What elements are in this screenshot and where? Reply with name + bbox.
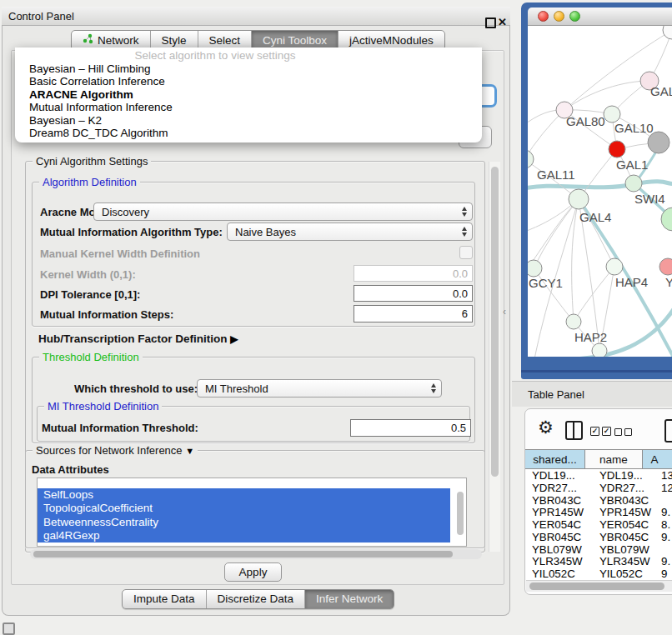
screen: Control Panel ✕ NetworkStyleSelectCyni T… bbox=[0, 0, 672, 635]
float-icon[interactable] bbox=[485, 18, 496, 28]
algorithm-item-mutual-information-inference[interactable]: Mutual Information Inference bbox=[15, 101, 482, 113]
network-node-gal10[interactable] bbox=[604, 106, 620, 122]
network-node-swi4[interactable] bbox=[625, 175, 642, 192]
network-node-gal4[interactable] bbox=[569, 189, 589, 209]
list-item[interactable]: gal4RGexp bbox=[38, 529, 450, 542]
combo-arrows-icon bbox=[462, 227, 467, 237]
network-edge[interactable] bbox=[528, 110, 564, 159]
column-header-shared-[interactable]: shared... bbox=[525, 450, 585, 468]
list-item[interactable]: BetweennessCentrality bbox=[38, 516, 450, 529]
table-header: shared...nameA bbox=[525, 449, 672, 469]
column-header-a[interactable]: A bbox=[643, 450, 672, 468]
unchecked-pair-icon[interactable] bbox=[614, 428, 632, 436]
combo-arrows-icon bbox=[431, 383, 436, 393]
table-row[interactable]: YLR345WYLR345W9. bbox=[526, 556, 672, 568]
cyni-algorithm-settings-title: Cyni Algorithm Settings bbox=[33, 155, 151, 168]
table-row[interactable]: YER054CYER054C8. bbox=[526, 518, 672, 531]
network-node[interactable] bbox=[648, 132, 669, 153]
network-node-gal11[interactable] bbox=[528, 150, 534, 168]
network-icon bbox=[83, 33, 93, 47]
bottom-tabs: Impute DataDiscretize DataInfer Network bbox=[122, 589, 394, 609]
mi-algorithm-type-combo[interactable]: Naive Bayes bbox=[227, 222, 473, 241]
which-threshold-combo[interactable]: MI Threshold bbox=[197, 379, 442, 398]
partial-icon[interactable] bbox=[664, 419, 672, 442]
data-attributes-list[interactable]: SelfLoopsTopologicalCoefficientBetweenne… bbox=[37, 478, 467, 547]
mi-steps-input[interactable] bbox=[354, 305, 473, 322]
minimized-panel-icon[interactable] bbox=[3, 622, 15, 635]
table-row[interactable]: YDR27...YDR27...12 bbox=[526, 482, 672, 494]
table-row[interactable]: YBR043CYBR043C bbox=[526, 494, 672, 507]
hub-definition-toggle[interactable]: Hub/Transcription Factor Definition ▶ bbox=[38, 332, 238, 345]
algorithm-item-dream8-dc-tdc-algorithm[interactable]: Dream8 DC_TDC Algorithm bbox=[15, 127, 482, 139]
mi-threshold-input[interactable] bbox=[350, 419, 471, 437]
control-panel-title: Control Panel bbox=[8, 10, 74, 22]
table-panel-bar: Table Panel bbox=[512, 381, 672, 407]
dpi-tolerance-input[interactable] bbox=[354, 285, 473, 302]
apply-button[interactable]: Apply bbox=[224, 562, 282, 582]
network-edge[interactable] bbox=[574, 267, 614, 322]
scrollbar-thumb[interactable] bbox=[33, 551, 453, 558]
list-item[interactable]: TopologicalCoefficient bbox=[38, 502, 450, 515]
table-row[interactable]: YPR145WYPR145W9. bbox=[526, 506, 672, 518]
table-row[interactable]: YBR045CYBR045C9. bbox=[526, 531, 672, 543]
zoom-button[interactable] bbox=[569, 11, 580, 22]
node-label: GAL80 bbox=[566, 114, 605, 128]
minimize-button[interactable] bbox=[554, 11, 564, 22]
settings-horizontal-scrollbar[interactable] bbox=[30, 549, 482, 559]
scrollbar-thumb[interactable] bbox=[491, 167, 499, 477]
table-horizontal-scrollbar[interactable] bbox=[526, 580, 672, 592]
algorithm-popup-prompt: Select algorithm to view settings bbox=[15, 48, 482, 62]
table-row[interactable]: YBL079WYBL079W bbox=[526, 543, 672, 556]
sources-title[interactable]: Sources for Network Inference ▼ bbox=[33, 444, 198, 457]
close-icon[interactable]: ✕ bbox=[498, 16, 507, 28]
settings-vertical-scrollbar[interactable] bbox=[489, 162, 500, 552]
network-canvas[interactable]: GALGAL80GAL10GAL1GAL11SWI4GAL4GCY1HAP4YH… bbox=[528, 26, 672, 357]
column-split-icon[interactable] bbox=[565, 421, 583, 440]
network-window-titlebar[interactable] bbox=[528, 8, 672, 26]
aracne-mode-combo[interactable]: Discovery bbox=[93, 202, 473, 221]
network-node[interactable] bbox=[663, 26, 672, 39]
network-node-y[interactable] bbox=[659, 258, 672, 275]
control-panel-titlebar[interactable]: Control Panel ✕ bbox=[2, 7, 510, 26]
gear-icon[interactable]: ⚙ bbox=[538, 418, 554, 436]
node-label: GAL4 bbox=[579, 210, 611, 224]
network-view-window: GALGAL80GAL10GAL1GAL11SWI4GAL4GCY1HAP4YH… bbox=[521, 2, 672, 379]
kernel-width-input[interactable] bbox=[354, 265, 473, 282]
network-node-gcy1[interactable] bbox=[528, 260, 542, 277]
close-button[interactable] bbox=[538, 11, 549, 22]
panel-divider-handle[interactable]: ‹ bbox=[503, 306, 506, 318]
mi-threshold-definition-title: MI Threshold Definition bbox=[44, 400, 162, 412]
network-edge[interactable] bbox=[564, 81, 649, 110]
attributes-list-scrollbar[interactable] bbox=[455, 480, 464, 544]
scrollbar-thumb[interactable] bbox=[529, 582, 664, 590]
node-label: GAL11 bbox=[537, 168, 575, 182]
mi-steps-label: Mutual Information Steps: bbox=[40, 308, 173, 321]
column-header-name[interactable]: name bbox=[585, 450, 642, 468]
network-node-hap4[interactable] bbox=[606, 258, 623, 275]
bottom-tab-discretize-data[interactable]: Discretize Data bbox=[206, 590, 305, 608]
algorithm-item-bayesian-k2[interactable]: Bayesian – K2 bbox=[15, 114, 482, 127]
node-label: Y bbox=[665, 275, 672, 289]
network-node-gal1[interactable] bbox=[609, 141, 625, 158]
manual-kernel-width-label: Manual Kernel Width Definition bbox=[40, 248, 200, 260]
node-label: GAL10 bbox=[614, 121, 654, 135]
manual-kernel-width-checkbox[interactable] bbox=[459, 246, 473, 259]
mi-algorithm-type-label: Mutual Information Algorithm Type: bbox=[40, 226, 223, 238]
network-node-hap2[interactable] bbox=[566, 314, 581, 329]
table-panel-title: Table Panel bbox=[528, 388, 584, 401]
algorithm-item-aracne-algorithm[interactable]: ARACNE Algorithm bbox=[15, 88, 482, 101]
bottom-tab-impute-data[interactable]: Impute Data bbox=[123, 590, 206, 608]
table-row[interactable]: YIL052CYIL052C9 bbox=[526, 568, 672, 580]
scrollbar-thumb[interactable] bbox=[457, 492, 464, 535]
checked-pair-icon[interactable]: ✓✓ bbox=[590, 427, 611, 436]
network-edge[interactable] bbox=[572, 199, 579, 322]
node-label: SWI4 bbox=[634, 192, 665, 206]
list-item[interactable]: SelfLoops bbox=[38, 488, 450, 502]
table-rows: YDL19...YDL19...13YDR27...YDR27...12YBR0… bbox=[526, 469, 672, 580]
bottom-tab-infer-network[interactable]: Infer Network bbox=[304, 590, 394, 608]
algorithm-item-bayesian-hill-climbing[interactable]: Bayesian – Hill Climbing bbox=[15, 62, 482, 75]
network-node[interactable] bbox=[592, 343, 607, 357]
collapsed-arrow-icon: ▶ bbox=[230, 333, 238, 345]
algorithm-item-basic-correlation-inference[interactable]: Basic Correlation Inference bbox=[15, 75, 482, 88]
table-row[interactable]: YDL19...YDL19...13 bbox=[526, 469, 672, 482]
